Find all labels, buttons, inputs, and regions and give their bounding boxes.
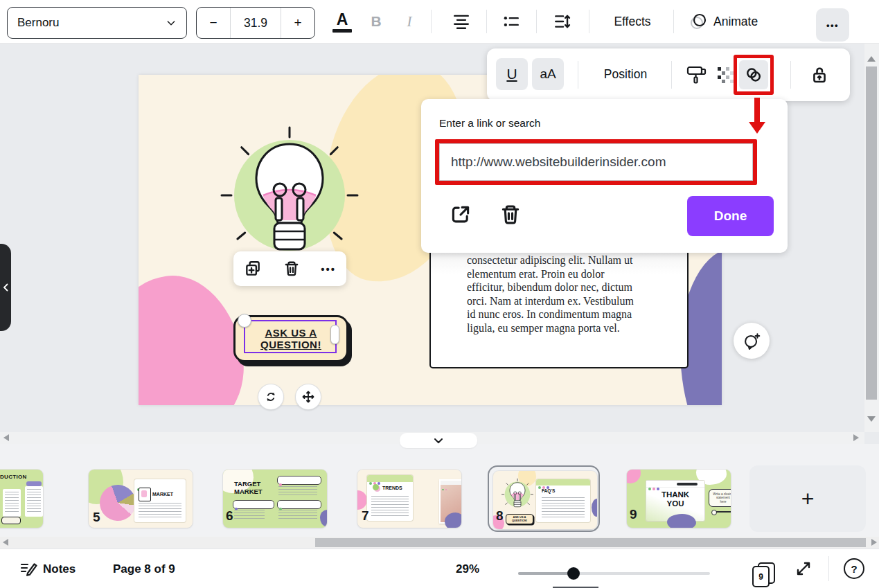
notes-button[interactable]: Notes [43, 549, 76, 588]
status-bar: Notes Page 8 of 9 29% 9 ? [0, 549, 879, 588]
letter-case-button[interactable]: aA [532, 58, 564, 90]
animate-button[interactable]: Animate [689, 7, 758, 36]
sidebar-collapse-tab[interactable] [0, 244, 11, 331]
thumb7-title: TRENDS [382, 485, 402, 490]
move-icon [301, 390, 315, 404]
page-thumbnail-7[interactable]: TRENDS 7 [357, 470, 461, 528]
page-number: 5 [93, 510, 100, 525]
url-input[interactable]: http://www.websitebuilderinsider.com [439, 143, 753, 181]
bold-button[interactable]: B [365, 6, 387, 37]
thumb4-title: DUCTION [0, 474, 27, 480]
transparency-checkerboard-icon [716, 65, 736, 84]
annotation-arrow-shaft [754, 98, 760, 123]
fullscreen-icon[interactable] [794, 559, 813, 578]
bullet-list-icon [502, 12, 520, 30]
toolbar-more-button[interactable]: ••• [816, 8, 849, 42]
scroll-down-arrow[interactable] [867, 416, 876, 422]
text-color-swatch [332, 29, 352, 33]
format-toolbar: U aA Position [487, 48, 850, 101]
thumb8-ask-button: ASK US A QUESTION! [506, 514, 533, 524]
thumb8-title: FAQ'S [542, 488, 555, 493]
comment-plus-icon [741, 330, 762, 351]
line-spacing-icon [553, 12, 571, 30]
effects-button[interactable]: Effects [603, 7, 662, 36]
rotate-handle[interactable] [258, 384, 283, 409]
zoom-level: 29% [456, 549, 479, 588]
page-number: 6 [226, 508, 233, 524]
font-name: Bernoru [17, 16, 166, 30]
zoom-slider-track[interactable] [518, 572, 710, 575]
line-spacing-button[interactable] [549, 9, 576, 34]
paint-roller-icon [686, 64, 707, 85]
page-thumbnail-9[interactable]: THANK YOU Write a closing statement here… [627, 470, 731, 528]
thumb6-title: TARGET MARKET [234, 481, 263, 495]
chevron-left-icon [3, 283, 8, 292]
page-thumbnail-8-selected-ring[interactable]: FAQ'S ASK US A QUESTION! 8 [488, 465, 600, 532]
remove-link-icon[interactable] [499, 203, 522, 226]
scroll-right-arrow[interactable] [853, 434, 859, 441]
page-thumbnail-4[interactable]: DUCTION [0, 470, 43, 528]
more-dots: ••• [826, 20, 839, 30]
position-button[interactable]: Position [591, 58, 660, 90]
annotation-arrow-head [749, 122, 765, 134]
underline-button[interactable]: U [496, 58, 528, 90]
scroll-up-arrow[interactable] [867, 56, 876, 62]
filmstrip-scroll-thumb[interactable] [315, 538, 866, 547]
font-size-stepper: − 31.9 + [196, 7, 315, 39]
filmstrip-scroll-left-arrow[interactable] [3, 539, 8, 546]
filmstrip-collapse-tab[interactable] [400, 433, 477, 448]
page-thumbnail-8[interactable]: FAQ'S ASK US A QUESTION! 8 [493, 471, 597, 529]
font-selector[interactable]: Bernoru [7, 7, 187, 39]
selection-frame [244, 320, 337, 353]
open-link-icon[interactable] [449, 203, 472, 226]
plus-icon: + [801, 486, 815, 512]
font-size-value[interactable]: 31.9 [231, 8, 281, 38]
page-number: 9 [630, 507, 637, 522]
done-button[interactable]: Done [687, 196, 774, 236]
unlock-icon [810, 65, 829, 84]
notes-icon[interactable] [19, 560, 37, 578]
filmstrip-scroll-right-arrow[interactable] [871, 539, 877, 546]
chevron-down-icon [434, 438, 443, 443]
move-handle[interactable] [296, 384, 321, 409]
link-popup: Enter a link or search http://www.websit… [421, 99, 788, 253]
help-label: ? [851, 563, 857, 575]
increase-font-button[interactable]: + [281, 8, 314, 38]
pages-view-button[interactable]: 9 [752, 566, 770, 587]
italic-button[interactable]: I [398, 6, 420, 37]
zoom-slider-thumb[interactable] [567, 567, 580, 580]
add-page-button[interactable]: + [749, 465, 866, 532]
thumb9-title: THANK YOU [656, 490, 695, 508]
context-more-button[interactable]: ••• [321, 263, 336, 275]
filmstrip-scrollbar[interactable] [0, 537, 879, 549]
delete-icon[interactable] [283, 260, 301, 278]
link-highlight-box [734, 55, 774, 95]
page-thumbnail-6[interactable]: TARGET MARKET 6 [223, 470, 327, 528]
chevron-down-icon [166, 17, 177, 28]
scroll-left-arrow[interactable] [3, 434, 9, 441]
align-center-icon [452, 12, 470, 30]
thumb5-title: MARKET [152, 492, 173, 497]
page-indicator[interactable]: Page 8 of 9 [113, 549, 175, 588]
vertical-scrollbar[interactable] [864, 44, 879, 432]
bullet-list-button[interactable] [497, 9, 525, 34]
resize-handle-side[interactable] [330, 325, 339, 344]
decrease-font-button[interactable]: − [197, 8, 231, 38]
copy-style-button[interactable] [684, 62, 710, 87]
help-button[interactable]: ? [844, 558, 864, 579]
vertical-scroll-thumb[interactable] [866, 66, 877, 400]
thumb9-speech-bubble: Write a closing statement here [709, 489, 731, 507]
page-thumbnail-5[interactable]: MARKET 5 [89, 470, 193, 528]
add-comment-button[interactable] [734, 323, 770, 359]
element-context-toolbar: ••• [233, 251, 346, 286]
faq-text-card[interactable]: consectetur adipiscing elit. Nullam ut e… [429, 247, 689, 368]
resize-handle-corner[interactable] [238, 314, 251, 328]
alignment-button[interactable] [447, 9, 475, 34]
rotate-icon [264, 390, 278, 404]
lock-button[interactable] [804, 60, 835, 89]
thumb8-lightbulb [501, 476, 533, 513]
link-popup-prompt: Enter a link or search [439, 117, 540, 130]
text-color-button[interactable]: A [330, 6, 355, 37]
duplicate-icon[interactable] [244, 260, 262, 278]
page-number: 7 [362, 508, 369, 524]
